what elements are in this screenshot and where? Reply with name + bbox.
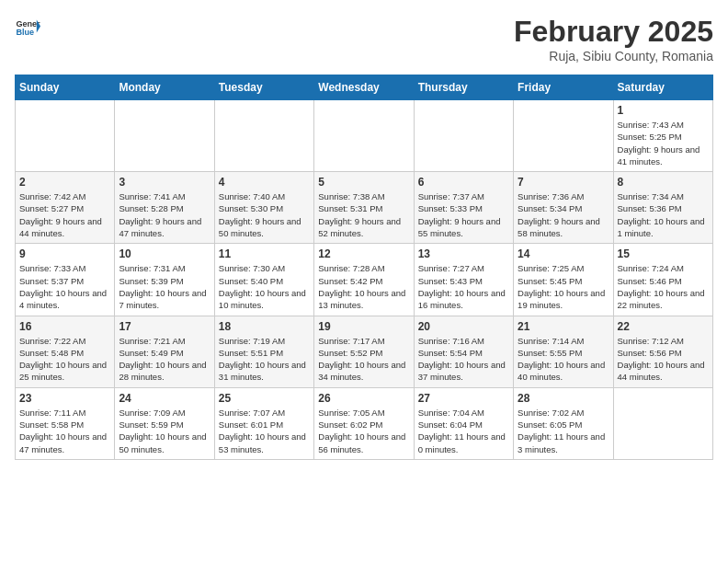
day-number: 1 <box>618 104 709 117</box>
day-info: Sunrise: 7:31 AMSunset: 5:39 PMDaylight:… <box>119 262 210 311</box>
calendar-cell <box>214 100 313 172</box>
day-info: Sunrise: 7:28 AMSunset: 5:42 PMDaylight:… <box>318 262 409 311</box>
calendar-cell: 21Sunrise: 7:14 AMSunset: 5:55 PMDayligh… <box>514 316 613 387</box>
day-number: 19 <box>318 320 409 333</box>
calendar-cell: 4Sunrise: 7:40 AMSunset: 5:30 PMDaylight… <box>214 172 313 244</box>
calendar-cell: 23Sunrise: 7:11 AMSunset: 5:58 PMDayligh… <box>16 387 115 459</box>
title-block: February 2025 Ruja, Sibiu County, Romani… <box>514 15 713 63</box>
calendar-cell <box>514 100 613 172</box>
calendar-cell: 9Sunrise: 7:33 AMSunset: 5:37 PMDaylight… <box>16 244 115 316</box>
calendar-cell: 17Sunrise: 7:21 AMSunset: 5:49 PMDayligh… <box>115 316 214 387</box>
calendar-cell: 20Sunrise: 7:16 AMSunset: 5:54 PMDayligh… <box>414 316 513 387</box>
day-info: Sunrise: 7:24 AMSunset: 5:46 PMDaylight:… <box>618 262 709 311</box>
day-info: Sunrise: 7:41 AMSunset: 5:28 PMDaylight:… <box>119 190 210 239</box>
day-number: 15 <box>618 247 709 260</box>
day-info: Sunrise: 7:16 AMSunset: 5:54 PMDaylight:… <box>418 335 509 384</box>
day-info: Sunrise: 7:12 AMSunset: 5:56 PMDaylight:… <box>618 335 709 384</box>
day-info: Sunrise: 7:34 AMSunset: 5:36 PMDaylight:… <box>618 190 709 239</box>
day-number: 17 <box>119 320 210 333</box>
day-number: 21 <box>518 320 609 333</box>
calendar-cell <box>414 100 513 172</box>
day-number: 11 <box>219 247 310 260</box>
weekday-saturday: Saturday <box>613 75 712 100</box>
day-info: Sunrise: 7:09 AMSunset: 5:59 PMDaylight:… <box>119 407 210 455</box>
week-row-4: 16Sunrise: 7:22 AMSunset: 5:48 PMDayligh… <box>16 316 713 387</box>
day-number: 28 <box>518 392 609 405</box>
calendar-cell: 10Sunrise: 7:31 AMSunset: 5:39 PMDayligh… <box>115 244 214 316</box>
calendar-cell: 26Sunrise: 7:05 AMSunset: 6:02 PMDayligh… <box>314 387 414 459</box>
calendar-cell <box>16 100 115 172</box>
day-number: 6 <box>418 176 509 189</box>
day-info: Sunrise: 7:36 AMSunset: 5:34 PMDaylight:… <box>518 190 609 239</box>
calendar-cell: 22Sunrise: 7:12 AMSunset: 5:56 PMDayligh… <box>613 316 712 387</box>
weekday-friday: Friday <box>514 75 613 100</box>
day-info: Sunrise: 7:42 AMSunset: 5:27 PMDaylight:… <box>19 190 110 239</box>
day-number: 10 <box>119 247 210 260</box>
calendar-cell <box>115 100 214 172</box>
day-info: Sunrise: 7:02 AMSunset: 6:05 PMDaylight:… <box>518 407 609 455</box>
day-info: Sunrise: 7:04 AMSunset: 6:04 PMDaylight:… <box>418 407 509 455</box>
calendar-cell: 11Sunrise: 7:30 AMSunset: 5:40 PMDayligh… <box>214 244 313 316</box>
day-info: Sunrise: 7:19 AMSunset: 5:51 PMDaylight:… <box>219 335 310 384</box>
day-number: 12 <box>318 247 409 260</box>
day-info: Sunrise: 7:21 AMSunset: 5:49 PMDaylight:… <box>119 335 210 384</box>
day-number: 16 <box>19 320 110 333</box>
day-number: 8 <box>618 176 709 189</box>
day-number: 3 <box>119 176 210 189</box>
day-info: Sunrise: 7:27 AMSunset: 5:43 PMDaylight:… <box>418 262 509 311</box>
weekday-monday: Monday <box>115 75 214 100</box>
calendar-cell: 25Sunrise: 7:07 AMSunset: 6:01 PMDayligh… <box>214 387 313 459</box>
calendar-cell: 18Sunrise: 7:19 AMSunset: 5:51 PMDayligh… <box>214 316 313 387</box>
week-row-3: 9Sunrise: 7:33 AMSunset: 5:37 PMDaylight… <box>16 244 713 316</box>
day-info: Sunrise: 7:22 AMSunset: 5:48 PMDaylight:… <box>19 335 110 384</box>
day-info: Sunrise: 7:37 AMSunset: 5:33 PMDaylight:… <box>418 190 509 239</box>
calendar-cell: 3Sunrise: 7:41 AMSunset: 5:28 PMDaylight… <box>115 172 214 244</box>
day-info: Sunrise: 7:33 AMSunset: 5:37 PMDaylight:… <box>19 262 110 311</box>
day-number: 26 <box>318 392 409 405</box>
day-info: Sunrise: 7:43 AMSunset: 5:25 PMDaylight:… <box>618 119 709 167</box>
calendar-cell: 28Sunrise: 7:02 AMSunset: 6:05 PMDayligh… <box>514 387 613 459</box>
calendar-cell: 5Sunrise: 7:38 AMSunset: 5:31 PMDaylight… <box>314 172 414 244</box>
day-number: 18 <box>219 320 310 333</box>
day-info: Sunrise: 7:14 AMSunset: 5:55 PMDaylight:… <box>518 335 609 384</box>
logo: General Blue <box>15 15 40 40</box>
weekday-sunday: Sunday <box>16 75 115 100</box>
weekday-wednesday: Wednesday <box>314 75 414 100</box>
day-info: Sunrise: 7:38 AMSunset: 5:31 PMDaylight:… <box>318 190 409 239</box>
day-number: 23 <box>19 392 110 405</box>
day-number: 20 <box>418 320 509 333</box>
location-subtitle: Ruja, Sibiu County, Romania <box>514 49 713 63</box>
calendar-cell <box>314 100 414 172</box>
day-number: 13 <box>418 247 509 260</box>
calendar-cell: 2Sunrise: 7:42 AMSunset: 5:27 PMDaylight… <box>16 172 115 244</box>
week-row-5: 23Sunrise: 7:11 AMSunset: 5:58 PMDayligh… <box>16 387 713 459</box>
week-row-1: 1Sunrise: 7:43 AMSunset: 5:25 PMDaylight… <box>16 100 713 172</box>
day-info: Sunrise: 7:25 AMSunset: 5:45 PMDaylight:… <box>518 262 609 311</box>
month-title: February 2025 <box>514 15 713 49</box>
day-info: Sunrise: 7:05 AMSunset: 6:02 PMDaylight:… <box>318 407 409 455</box>
logo-icon: General Blue <box>15 15 40 40</box>
day-number: 7 <box>518 176 609 189</box>
calendar-cell: 1Sunrise: 7:43 AMSunset: 5:25 PMDaylight… <box>613 100 712 172</box>
day-number: 4 <box>219 176 310 189</box>
calendar-cell: 13Sunrise: 7:27 AMSunset: 5:43 PMDayligh… <box>414 244 513 316</box>
calendar-table: SundayMondayTuesdayWednesdayThursdayFrid… <box>15 75 713 460</box>
day-info: Sunrise: 7:07 AMSunset: 6:01 PMDaylight:… <box>219 407 310 455</box>
calendar-cell: 24Sunrise: 7:09 AMSunset: 5:59 PMDayligh… <box>115 387 214 459</box>
day-number: 9 <box>19 247 110 260</box>
calendar-cell: 15Sunrise: 7:24 AMSunset: 5:46 PMDayligh… <box>613 244 712 316</box>
day-number: 5 <box>318 176 409 189</box>
weekday-thursday: Thursday <box>414 75 513 100</box>
calendar-cell: 19Sunrise: 7:17 AMSunset: 5:52 PMDayligh… <box>314 316 414 387</box>
calendar-cell: 12Sunrise: 7:28 AMSunset: 5:42 PMDayligh… <box>314 244 414 316</box>
day-info: Sunrise: 7:40 AMSunset: 5:30 PMDaylight:… <box>219 190 310 239</box>
week-row-2: 2Sunrise: 7:42 AMSunset: 5:27 PMDaylight… <box>16 172 713 244</box>
weekday-header-row: SundayMondayTuesdayWednesdayThursdayFrid… <box>16 75 713 100</box>
calendar-cell: 27Sunrise: 7:04 AMSunset: 6:04 PMDayligh… <box>414 387 513 459</box>
day-number: 24 <box>119 392 210 405</box>
svg-text:Blue: Blue <box>16 28 34 37</box>
day-number: 27 <box>418 392 509 405</box>
day-number: 2 <box>19 176 110 189</box>
calendar-cell <box>613 387 712 459</box>
page-header: General Blue February 2025 Ruja, Sibiu C… <box>15 15 713 63</box>
